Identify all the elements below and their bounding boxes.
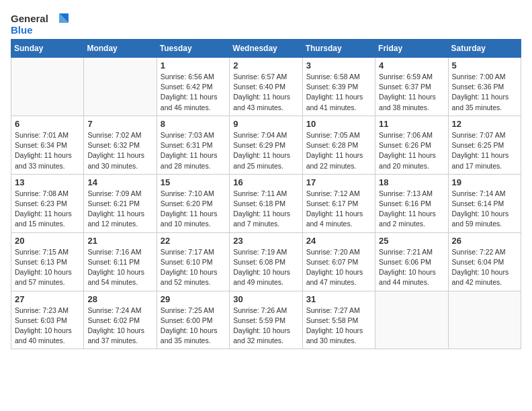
calendar-cell: 22Sunrise: 7:17 AM Sunset: 6:10 PM Dayli…: [157, 232, 229, 291]
day-info: Sunrise: 7:03 AM Sunset: 6:31 PM Dayligh…: [161, 130, 226, 171]
calendar-cell: 29Sunrise: 7:25 AM Sunset: 6:00 PM Dayli…: [157, 291, 229, 349]
day-number: 8: [161, 119, 226, 129]
day-number: 3: [306, 60, 371, 71]
day-number: 26: [452, 236, 517, 246]
day-number: 5: [452, 60, 517, 71]
day-number: 14: [87, 177, 152, 187]
week-row-1: 6Sunrise: 7:01 AM Sunset: 6:34 PM Daylig…: [11, 116, 521, 174]
calendar-cell: 28Sunrise: 7:24 AM Sunset: 6:02 PM Dayli…: [84, 291, 157, 349]
page-header: General Blue: [11, 11, 521, 36]
calendar-cell: 5Sunrise: 7:00 AM Sunset: 6:36 PM Daylig…: [448, 58, 521, 116]
calendar-cell: 9Sunrise: 7:04 AM Sunset: 6:29 PM Daylig…: [230, 116, 302, 174]
day-info: Sunrise: 7:09 AM Sunset: 6:21 PM Dayligh…: [87, 189, 152, 230]
week-row-0: 1Sunrise: 6:56 AM Sunset: 6:42 PM Daylig…: [11, 58, 521, 116]
day-info: Sunrise: 7:11 AM Sunset: 6:18 PM Dayligh…: [233, 189, 298, 230]
day-info: Sunrise: 7:26 AM Sunset: 5:59 PM Dayligh…: [233, 306, 298, 347]
weekday-header-wednesday: Wednesday: [230, 40, 302, 58]
day-number: 25: [379, 236, 444, 246]
day-info: Sunrise: 7:16 AM Sunset: 6:11 PM Dayligh…: [87, 247, 152, 288]
day-info: Sunrise: 7:24 AM Sunset: 6:02 PM Dayligh…: [87, 306, 152, 347]
day-info: Sunrise: 7:14 AM Sunset: 6:14 PM Dayligh…: [452, 189, 517, 230]
day-number: 7: [87, 119, 152, 129]
day-number: 29: [161, 294, 226, 304]
day-number: 10: [306, 119, 371, 129]
day-number: 30: [233, 294, 298, 304]
day-info: Sunrise: 7:00 AM Sunset: 6:36 PM Dayligh…: [452, 72, 517, 113]
logo-svg: General Blue: [11, 11, 71, 36]
weekday-header-monday: Monday: [84, 40, 157, 58]
day-info: Sunrise: 7:04 AM Sunset: 6:29 PM Dayligh…: [233, 130, 298, 171]
day-number: 23: [233, 236, 298, 246]
day-number: 24: [306, 236, 371, 246]
calendar-cell: 20Sunrise: 7:15 AM Sunset: 6:13 PM Dayli…: [11, 232, 84, 291]
day-number: 2: [233, 60, 298, 71]
calendar-cell: 26Sunrise: 7:22 AM Sunset: 6:04 PM Dayli…: [448, 232, 521, 291]
day-number: 18: [379, 177, 444, 187]
calendar-cell: [448, 291, 521, 349]
calendar-cell: 1Sunrise: 6:56 AM Sunset: 6:42 PM Daylig…: [157, 58, 229, 116]
calendar-cell: 4Sunrise: 6:59 AM Sunset: 6:37 PM Daylig…: [375, 58, 448, 116]
day-number: 17: [306, 177, 371, 187]
day-info: Sunrise: 7:25 AM Sunset: 6:00 PM Dayligh…: [161, 306, 226, 347]
day-info: Sunrise: 7:21 AM Sunset: 6:06 PM Dayligh…: [379, 247, 444, 288]
day-number: 20: [15, 236, 80, 246]
calendar-table: SundayMondayTuesdayWednesdayThursdayFrid…: [11, 39, 521, 349]
week-row-2: 13Sunrise: 7:08 AM Sunset: 6:23 PM Dayli…: [11, 174, 521, 232]
day-number: 15: [161, 177, 226, 187]
calendar-cell: 7Sunrise: 7:02 AM Sunset: 6:32 PM Daylig…: [84, 116, 157, 174]
calendar-cell: 23Sunrise: 7:19 AM Sunset: 6:08 PM Dayli…: [230, 232, 302, 291]
day-info: Sunrise: 7:07 AM Sunset: 6:25 PM Dayligh…: [452, 130, 517, 171]
calendar-cell: 18Sunrise: 7:13 AM Sunset: 6:16 PM Dayli…: [375, 174, 448, 232]
day-info: Sunrise: 7:12 AM Sunset: 6:17 PM Dayligh…: [306, 189, 371, 230]
week-row-3: 20Sunrise: 7:15 AM Sunset: 6:13 PM Dayli…: [11, 232, 521, 291]
day-number: 22: [161, 236, 226, 246]
weekday-header-friday: Friday: [375, 40, 448, 58]
day-info: Sunrise: 7:01 AM Sunset: 6:34 PM Dayligh…: [15, 130, 80, 171]
day-number: 12: [452, 119, 517, 129]
day-number: 28: [87, 294, 152, 304]
day-info: Sunrise: 6:58 AM Sunset: 6:39 PM Dayligh…: [306, 72, 371, 113]
day-number: 13: [15, 177, 80, 187]
day-number: 21: [87, 236, 152, 246]
day-number: 9: [233, 119, 298, 129]
day-number: 11: [379, 119, 444, 129]
weekday-header-row: SundayMondayTuesdayWednesdayThursdayFrid…: [11, 40, 521, 58]
day-number: 6: [15, 119, 80, 129]
calendar-cell: 12Sunrise: 7:07 AM Sunset: 6:25 PM Dayli…: [448, 116, 521, 174]
calendar-cell: 30Sunrise: 7:26 AM Sunset: 5:59 PM Dayli…: [230, 291, 302, 349]
day-number: 4: [379, 60, 444, 71]
calendar-cell: [11, 58, 84, 116]
calendar-cell: 8Sunrise: 7:03 AM Sunset: 6:31 PM Daylig…: [157, 116, 229, 174]
day-info: Sunrise: 7:08 AM Sunset: 6:23 PM Dayligh…: [15, 189, 80, 230]
day-info: Sunrise: 7:23 AM Sunset: 6:03 PM Dayligh…: [15, 306, 80, 347]
calendar-cell: 19Sunrise: 7:14 AM Sunset: 6:14 PM Dayli…: [448, 174, 521, 232]
weekday-header-sunday: Sunday: [11, 40, 84, 58]
day-info: Sunrise: 7:27 AM Sunset: 5:58 PM Dayligh…: [306, 306, 371, 347]
calendar-cell: [375, 291, 448, 349]
day-info: Sunrise: 6:57 AM Sunset: 6:40 PM Dayligh…: [233, 72, 298, 113]
calendar-cell: 3Sunrise: 6:58 AM Sunset: 6:39 PM Daylig…: [302, 58, 375, 116]
week-row-4: 27Sunrise: 7:23 AM Sunset: 6:03 PM Dayli…: [11, 291, 521, 349]
day-info: Sunrise: 7:20 AM Sunset: 6:07 PM Dayligh…: [306, 247, 371, 288]
calendar-cell: 15Sunrise: 7:10 AM Sunset: 6:20 PM Dayli…: [157, 174, 229, 232]
day-info: Sunrise: 7:17 AM Sunset: 6:10 PM Dayligh…: [161, 247, 226, 288]
weekday-header-tuesday: Tuesday: [157, 40, 229, 58]
day-info: Sunrise: 7:06 AM Sunset: 6:26 PM Dayligh…: [379, 130, 444, 171]
calendar-cell: 25Sunrise: 7:21 AM Sunset: 6:06 PM Dayli…: [375, 232, 448, 291]
day-info: Sunrise: 6:59 AM Sunset: 6:37 PM Dayligh…: [379, 72, 444, 113]
day-info: Sunrise: 7:22 AM Sunset: 6:04 PM Dayligh…: [452, 247, 517, 288]
day-info: Sunrise: 7:15 AM Sunset: 6:13 PM Dayligh…: [15, 247, 80, 288]
calendar-cell: 24Sunrise: 7:20 AM Sunset: 6:07 PM Dayli…: [302, 232, 375, 291]
calendar-cell: 11Sunrise: 7:06 AM Sunset: 6:26 PM Dayli…: [375, 116, 448, 174]
calendar-cell: 6Sunrise: 7:01 AM Sunset: 6:34 PM Daylig…: [11, 116, 84, 174]
svg-text:General: General: [11, 13, 48, 24]
calendar-cell: 10Sunrise: 7:05 AM Sunset: 6:28 PM Dayli…: [302, 116, 375, 174]
svg-text:Blue: Blue: [11, 24, 33, 36]
calendar-cell: 16Sunrise: 7:11 AM Sunset: 6:18 PM Dayli…: [230, 174, 302, 232]
day-number: 16: [233, 177, 298, 187]
calendar-cell: 13Sunrise: 7:08 AM Sunset: 6:23 PM Dayli…: [11, 174, 84, 232]
weekday-header-thursday: Thursday: [302, 40, 375, 58]
day-number: 27: [15, 294, 80, 304]
logo: General Blue: [11, 11, 71, 36]
day-info: Sunrise: 7:02 AM Sunset: 6:32 PM Dayligh…: [87, 130, 152, 171]
